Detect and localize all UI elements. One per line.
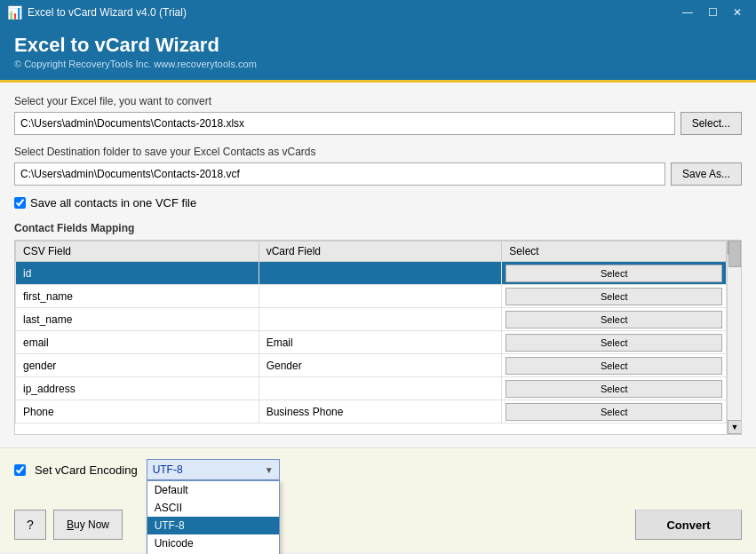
minimize-button[interactable]: — — [676, 4, 699, 21]
select-cell: Select — [502, 331, 727, 354]
encoding-row: Set vCard Encoding UTF-8 ▼ Default ASCII… — [14, 459, 280, 480]
table-row[interactable]: gender Gender Select — [16, 354, 727, 377]
app-icon: 📊 — [7, 5, 22, 20]
csv-field-cell: first_name — [16, 285, 259, 308]
col-header-select: Select — [502, 241, 727, 262]
select-cell: Select — [502, 377, 727, 400]
excel-section-label: Select your Excel file, you want to conv… — [14, 95, 742, 107]
vcf-checkbox-row: Save all contacts in one VCF file — [14, 196, 742, 210]
window-controls: — ☐ ✕ — [676, 4, 749, 21]
col-header-vcard: vCard Field — [259, 241, 502, 262]
table-row[interactable]: last_name Select — [16, 308, 727, 331]
mapping-container: CSV Field vCard Field Select id Select f… — [14, 240, 742, 435]
excel-file-input[interactable] — [14, 112, 675, 135]
vcard-field-cell — [259, 285, 502, 308]
help-button[interactable]: ? — [14, 510, 46, 540]
csv-field-cell: Phone — [16, 400, 259, 423]
scrollbar-track: ▲ ▼ — [727, 241, 741, 434]
encoding-label: Set vCard Encoding — [35, 463, 138, 477]
vcard-field-cell: Business Phone — [259, 400, 502, 423]
vcard-field-cell — [259, 262, 502, 285]
encoding-option-unicode[interactable]: Unicode — [147, 534, 279, 552]
select-cell: Select — [502, 262, 727, 285]
bottom-section: Set vCard Encoding UTF-8 ▼ Default ASCII… — [0, 447, 756, 552]
table-row[interactable]: ip_address Select — [16, 377, 727, 400]
encoding-option-ascii[interactable]: ASCII — [147, 499, 279, 517]
excel-input-row: Select... — [14, 112, 742, 135]
title-bar: 📊 Excel to vCard Wizard v4.0 (Trial) — ☐… — [0, 0, 756, 25]
dest-file-input[interactable] — [14, 162, 665, 186]
table-row[interactable]: id Select — [16, 262, 727, 285]
main-content: Select your Excel file, you want to conv… — [0, 83, 756, 447]
vcard-field-cell: Email — [259, 331, 502, 354]
csv-field-cell: email — [16, 331, 259, 354]
select-cell: Select — [502, 285, 727, 308]
dropdown-arrow-icon: ▼ — [265, 465, 274, 475]
select-row-button[interactable]: Select — [505, 403, 722, 421]
encoding-selected-value: UTF-8 — [153, 463, 183, 476]
csv-field-cell: ip_address — [16, 377, 259, 400]
buynow-label: Buy Now — [67, 518, 109, 531]
select-row-button[interactable]: Select — [505, 357, 722, 375]
select-row-button[interactable]: Select — [505, 380, 722, 398]
dest-section-label: Select Destination folder to save your E… — [14, 146, 742, 158]
csv-field-cell: gender — [16, 354, 259, 377]
vcf-checkbox-label: Save all contacts in one VCF file — [30, 196, 196, 210]
mapping-table: CSV Field vCard Field Select id Select f… — [15, 241, 727, 423]
encoding-option-default[interactable]: Default — [147, 481, 279, 499]
select-cell: Select — [502, 400, 727, 423]
mapping-title: Contact Fields Mapping — [14, 222, 742, 234]
header-band: Excel to vCard Wizard © Copyright Recove… — [0, 25, 756, 83]
table-row[interactable]: first_name Select — [16, 285, 727, 308]
scroll-down-button[interactable]: ▼ — [728, 420, 742, 434]
title-bar-text: Excel to vCard Wizard v4.0 (Trial) — [28, 6, 187, 19]
encoding-dropdown-wrapper: UTF-8 ▼ Default ASCII UTF-8 Unicode UTF-… — [147, 459, 280, 480]
col-header-csv: CSV Field — [16, 241, 259, 262]
csv-field-cell: last_name — [16, 308, 259, 331]
select-cell: Select — [502, 354, 727, 377]
encoding-section: Set vCard Encoding UTF-8 ▼ Default ASCII… — [14, 459, 280, 480]
select-row-button[interactable]: Select — [505, 265, 722, 282]
vcard-field-cell — [259, 308, 502, 331]
buynow-button[interactable]: Buy Now — [53, 510, 123, 540]
encoding-option-utf8[interactable]: UTF-8 — [147, 517, 279, 534]
vcard-field-cell — [259, 377, 502, 400]
table-row[interactable]: email Email Select — [16, 331, 727, 354]
scrollbar-thumb[interactable] — [728, 241, 741, 267]
csv-field-cell: id — [16, 262, 259, 285]
select-row-button[interactable]: Select — [505, 311, 722, 328]
encoding-dropdown-list: Default ASCII UTF-8 Unicode UTF-32 UTF-7 — [147, 480, 280, 554]
close-button[interactable]: ✕ — [726, 4, 749, 21]
maximize-button[interactable]: ☐ — [701, 4, 724, 21]
app-title: Excel to vCard Wizard — [14, 34, 742, 57]
app-subtitle: © Copyright RecoveryTools Inc. www.recov… — [14, 59, 742, 69]
select-row-button[interactable]: Select — [505, 288, 722, 305]
save-as-button[interactable]: Save As... — [671, 162, 742, 186]
select-row-button[interactable]: Select — [505, 334, 722, 352]
convert-button[interactable]: Convert — [635, 510, 742, 540]
vcard-field-cell: Gender — [259, 354, 502, 377]
vcf-checkbox[interactable] — [14, 197, 26, 209]
excel-select-button[interactable]: Select... — [680, 112, 742, 135]
table-row[interactable]: Phone Business Phone Select — [16, 400, 727, 423]
encoding-select-display[interactable]: UTF-8 ▼ — [147, 459, 280, 480]
bottom-buttons: ? Buy Now — [14, 510, 123, 540]
select-cell: Select — [502, 308, 727, 331]
dest-input-row: Save As... — [14, 162, 742, 186]
encoding-checkbox[interactable] — [14, 464, 26, 476]
